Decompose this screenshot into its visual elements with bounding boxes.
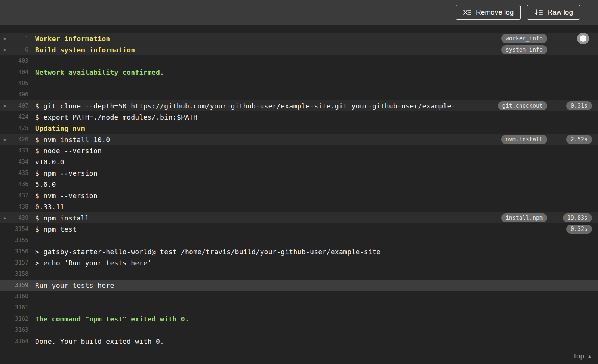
line-text: > echo 'Run your tests here' (35, 259, 553, 267)
fold-toggle-icon[interactable]: ▶ (4, 47, 9, 52)
line-text: Network availability confirmed. (35, 68, 553, 76)
line-number[interactable]: 3159 (9, 282, 28, 289)
log-line[interactable]: ▶ 1 Worker information worker_info (0, 33, 598, 44)
log-line[interactable]: ▶ 439 $ npm install install.npm 19.83s (0, 212, 598, 223)
line-number[interactable]: 426 (9, 136, 28, 143)
line-text: Done. Your build exited with 0. (35, 337, 553, 345)
line-number[interactable]: 436 (9, 181, 28, 188)
log-line[interactable]: ▶ 407 $ git clone --depth=50 https://git… (0, 100, 598, 111)
log-line[interactable]: ▶ 3157 > echo 'Run your tests here' (0, 257, 598, 268)
log-line[interactable]: ▶ 434 v10.0.0 (0, 156, 598, 167)
remove-log-label: Remove log (476, 8, 514, 16)
log-line[interactable]: ▶ 405 (0, 78, 598, 89)
log-line[interactable]: ▶ 403 (0, 55, 598, 67)
line-number[interactable]: 433 (9, 147, 28, 154)
download-arrow-with-lines-icon (534, 9, 543, 16)
log-line[interactable]: ▶ 3159 Run your tests here (0, 280, 598, 291)
duration-slot: 2.52s (553, 135, 592, 144)
log-line[interactable]: ▶ 3162 The command "npm test" exited wit… (0, 313, 598, 324)
log-line[interactable]: ▶ 3154 $ npm test 0.32s (0, 223, 598, 235)
duration-slot: 19.83s (553, 213, 592, 222)
line-text: The command "npm test" exited with 0. (35, 315, 553, 323)
log-line[interactable]: ▶ 424 $ export PATH=./node_modules/.bin:… (0, 111, 598, 123)
line-text: Build system information (35, 46, 501, 54)
fold-toggle-icon[interactable]: ▶ (4, 104, 9, 108)
line-text: $ node --version (35, 147, 553, 155)
fold-toggle-icon[interactable]: ▶ (4, 36, 9, 41)
line-number[interactable]: 404 (9, 69, 28, 75)
line-number[interactable]: 406 (9, 91, 28, 98)
log-line[interactable]: ▶ 404 Network availability confirmed. (0, 67, 598, 78)
line-number[interactable]: 425 (9, 125, 28, 132)
line-text: v10.0.0 (35, 158, 553, 166)
log-line[interactable]: ▶ 406 (0, 89, 598, 100)
line-number[interactable]: 3158 (9, 271, 28, 277)
line-number[interactable]: 3161 (9, 304, 28, 311)
log-line[interactable]: ▶ 3158 (0, 268, 598, 280)
duration-badge: 0.32s (566, 225, 592, 234)
fold-tag-badge: system_info (501, 45, 547, 54)
line-number[interactable]: 3154 (9, 226, 28, 232)
raw-log-label: Raw log (547, 8, 573, 16)
line-text: $ npm --version (35, 169, 553, 177)
build-log: ▶ 1 Worker information worker_info ▶ 6 B… (0, 25, 598, 347)
line-number[interactable]: 3157 (9, 259, 28, 266)
up-triangle-icon: ▲ (587, 354, 592, 359)
line-number[interactable]: 3163 (9, 327, 28, 333)
line-number[interactable]: 407 (9, 102, 28, 109)
line-number[interactable]: 438 (9, 203, 28, 210)
remove-log-button[interactable]: Remove log (456, 5, 521, 20)
raw-log-button[interactable]: Raw log (527, 5, 580, 20)
line-number[interactable]: 3164 (9, 338, 28, 345)
log-line[interactable]: ▶ 3164 Done. Your build exited with 0. (0, 336, 598, 347)
line-text: 0.33.11 (35, 203, 553, 211)
duration-slot: 0.31s (553, 101, 592, 110)
fold-toggle-icon[interactable]: ▶ (4, 137, 9, 142)
log-line[interactable]: ▶ 436 5.6.0 (0, 179, 598, 190)
log-line[interactable]: ▶ 3160 (0, 291, 598, 302)
line-number[interactable]: 3156 (9, 248, 28, 255)
line-number[interactable]: 437 (9, 192, 28, 199)
log-line[interactable]: ▶ 425 Updating nvm (0, 123, 598, 134)
log-line[interactable]: ▶ 438 0.33.11 (0, 201, 598, 212)
line-number[interactable]: 434 (9, 158, 28, 165)
scroll-to-top-link[interactable]: Top ▲ (573, 352, 592, 360)
line-text: $ export PATH=./node_modules/.bin:$PATH (35, 113, 553, 121)
log-line[interactable]: ▶ 437 $ nvm --version (0, 190, 598, 201)
line-text: Run your tests here (35, 281, 553, 289)
line-number[interactable]: 1 (9, 35, 28, 42)
log-line[interactable]: ▶ 3161 (0, 302, 598, 313)
duration-badge: 2.52s (566, 135, 592, 144)
line-number[interactable]: 6 (9, 46, 28, 53)
log-line[interactable]: ▶ 3156 > gatsby-starter-hello-world@ tes… (0, 246, 598, 257)
fold-tag-badge: git.checkout (498, 101, 547, 110)
fold-tag-badge: worker_info (501, 34, 547, 43)
duration-badge: 0.31s (566, 101, 592, 110)
line-number[interactable]: 439 (9, 215, 28, 221)
log-line[interactable]: ▶ 3163 (0, 324, 598, 336)
line-text: > gatsby-starter-hello-world@ test /home… (35, 248, 553, 256)
line-text: $ npm test (35, 225, 553, 233)
duration-slot: 0.32s (553, 225, 592, 234)
line-number[interactable]: 403 (9, 58, 28, 64)
line-text: $ nvm --version (35, 192, 553, 200)
line-text: 5.6.0 (35, 181, 553, 188)
fold-tag-badge: nvm.install (501, 135, 547, 144)
log-line[interactable]: ▶ 3155 (0, 235, 598, 246)
log-line[interactable]: ▶ 426 $ nvm install 10.0 nvm.install 2.5… (0, 134, 598, 145)
x-with-lines-icon (463, 9, 472, 16)
line-number[interactable]: 405 (9, 80, 28, 87)
log-position-marker-icon (577, 33, 589, 44)
line-number[interactable]: 3155 (9, 237, 28, 244)
line-number[interactable]: 3160 (9, 293, 28, 300)
log-line[interactable]: ▶ 433 $ node --version (0, 145, 598, 156)
log-line[interactable]: ▶ 435 $ npm --version (0, 167, 598, 179)
line-text: Worker information (35, 35, 501, 43)
log-line[interactable]: ▶ 6 Build system information system_info (0, 44, 598, 55)
fold-toggle-icon[interactable]: ▶ (4, 216, 9, 220)
line-number[interactable]: 435 (9, 170, 28, 176)
line-number[interactable]: 3162 (9, 315, 28, 322)
log-toolbar: Remove log Raw log (0, 0, 598, 25)
line-text: $ git clone --depth=50 https://github.co… (35, 102, 498, 110)
line-number[interactable]: 424 (9, 114, 28, 120)
